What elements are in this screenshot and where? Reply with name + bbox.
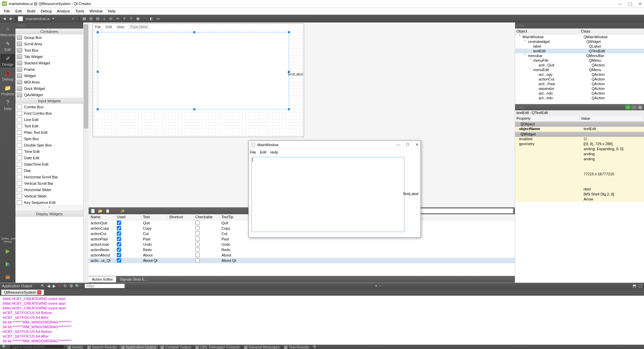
float-menu-help[interactable]: Help bbox=[270, 150, 278, 154]
object-tree-row[interactable]: actionCutQAction bbox=[515, 77, 644, 81]
close-tab-icon[interactable]: × bbox=[37, 290, 41, 294]
form-menu-file[interactable]: File bbox=[95, 25, 101, 29]
status-panel-button[interactable]: 3Application Output bbox=[119, 345, 158, 349]
widget-item[interactable]: Horizontal Slider bbox=[15, 186, 83, 193]
console-output[interactable]: 64bit HCBT_CREATEWND event start64bit HC… bbox=[0, 296, 644, 345]
build-button[interactable] bbox=[3, 272, 12, 282]
config-icon[interactable]: ⚙ bbox=[637, 105, 643, 110]
widget-item[interactable]: Tool Box bbox=[15, 47, 83, 53]
widget-item[interactable]: Line Edit bbox=[15, 116, 83, 123]
widget-item[interactable]: Date/Time Edit bbox=[15, 161, 83, 167]
zoom-out-icon[interactable]: − bbox=[379, 284, 381, 288]
used-checkbox[interactable] bbox=[117, 237, 121, 241]
property-category[interactable]: QWidget bbox=[515, 132, 644, 137]
resize-handle[interactable] bbox=[193, 108, 195, 110]
checkable-checkbox[interactable] bbox=[195, 231, 200, 236]
layout-grid-icon[interactable]: ▤ bbox=[95, 16, 101, 22]
fwd-icon[interactable]: ▶ bbox=[8, 16, 14, 22]
object-tree-row[interactable]: acti...QuitQAction bbox=[515, 63, 644, 67]
status-panel-button[interactable]: 8Test Results bbox=[282, 345, 311, 349]
widget-item[interactable]: Double Spin Box bbox=[15, 142, 83, 148]
object-tree-row[interactable]: act...opyQAction bbox=[515, 72, 644, 77]
kit-selector[interactable]: QtRes...ystem Debug bbox=[1, 236, 15, 244]
copy-icon[interactable]: 📋 bbox=[105, 208, 111, 214]
mode-design[interactable]: ✐Design bbox=[0, 54, 15, 67]
property-row[interactable]: geometry[(9, 9), 729 x 288] bbox=[515, 142, 644, 147]
object-tree-row[interactable]: ˅menubarQMenuBar bbox=[515, 53, 644, 58]
remove-prop-icon[interactable]: − bbox=[631, 105, 637, 110]
widget-item[interactable]: Vertical Slider bbox=[15, 193, 83, 199]
used-checkbox[interactable] bbox=[117, 247, 121, 252]
layout-break-icon[interactable]: ⊟ bbox=[108, 16, 114, 22]
resize-handle[interactable] bbox=[288, 108, 290, 110]
object-tree-row[interactable]: ˅MainWindowQMainWindow bbox=[515, 35, 644, 39]
checkable-checkbox[interactable] bbox=[195, 237, 200, 241]
resize-handle[interactable] bbox=[97, 31, 99, 33]
back-icon[interactable]: ◀ bbox=[1, 16, 7, 22]
doc-name[interactable]: mainwindow.ui bbox=[23, 17, 52, 21]
cat-display-widgets[interactable]: Display Widgets bbox=[15, 211, 83, 217]
split-v-icon[interactable]: ⇕ bbox=[121, 16, 128, 22]
form-typehere[interactable]: Type Here bbox=[129, 24, 149, 29]
float-menu-file[interactable]: File bbox=[250, 150, 256, 154]
open-icon[interactable]: 📂 bbox=[97, 208, 103, 214]
stop-icon[interactable]: ■ bbox=[58, 284, 61, 288]
object-tree-row[interactable]: labelQLabel bbox=[515, 44, 644, 49]
used-checkbox[interactable] bbox=[117, 242, 121, 246]
maximize-icon[interactable]: ▢ bbox=[628, 1, 632, 6]
prev-icon[interactable]: ◀ bbox=[47, 284, 50, 288]
widget-item[interactable]: Widget bbox=[15, 72, 83, 79]
object-tree-row[interactable]: act...edoQAction bbox=[515, 96, 644, 100]
form-textedit[interactable]: TextLabel bbox=[98, 32, 289, 109]
status-panel-button[interactable]: 2Search Results bbox=[85, 345, 119, 349]
property-row[interactable] bbox=[515, 167, 644, 172]
status-panel-button[interactable]: 4Compile Output bbox=[158, 345, 193, 349]
property-row[interactable]: [MS Shell Dlg 2, 8] bbox=[515, 192, 644, 197]
widget-item[interactable]: QAxWidget bbox=[15, 92, 83, 98]
widgetbox-scrollbar[interactable] bbox=[84, 22, 89, 283]
attach-icon[interactable]: ⇱ bbox=[41, 284, 44, 288]
property-row[interactable]: enabled☑ bbox=[515, 137, 644, 142]
mode-welcome[interactable]: ⌂Welcome bbox=[0, 24, 15, 38]
float-min-icon[interactable]: — bbox=[396, 142, 400, 147]
widget-item[interactable]: Dock Widget bbox=[15, 85, 83, 92]
checkable-checkbox[interactable] bbox=[195, 247, 200, 252]
rerun-icon[interactable]: ↻ bbox=[63, 284, 67, 288]
form-textlabel[interactable]: TextLabel bbox=[287, 72, 303, 76]
checkable-checkbox[interactable] bbox=[195, 221, 200, 225]
settings-icon[interactable]: ⚙ bbox=[69, 284, 73, 288]
float-close-icon[interactable]: ✕ bbox=[415, 142, 418, 147]
close-doc-icon[interactable]: × bbox=[72, 16, 77, 21]
zoom-in-icon[interactable]: + bbox=[375, 284, 378, 288]
locator-icon[interactable]: 🔍 bbox=[0, 345, 9, 349]
tab-signals-slots[interactable]: Signals Slots E... bbox=[116, 276, 151, 282]
scroll-down-icon[interactable]: ˅ bbox=[15, 206, 83, 211]
menu-debug[interactable]: Debug bbox=[38, 8, 54, 14]
menu-analyze[interactable]: Analyze bbox=[54, 8, 73, 14]
close-panel-icon[interactable]: ▢ bbox=[638, 284, 642, 288]
checkable-checkbox[interactable] bbox=[195, 226, 200, 230]
used-checkbox[interactable] bbox=[117, 258, 121, 263]
status-more-icon[interactable]: ⇅ bbox=[311, 345, 318, 349]
resize-handle[interactable] bbox=[97, 71, 99, 73]
resize-handle[interactable] bbox=[97, 108, 99, 110]
wand-icon[interactable]: ✨ bbox=[119, 208, 126, 214]
widget-item[interactable]: Scroll Area bbox=[15, 41, 83, 47]
property-row[interactable]: anding bbox=[515, 152, 644, 157]
property-row[interactable]: objectNametextEdit bbox=[515, 127, 644, 132]
layout-v-icon[interactable]: ▥ bbox=[88, 16, 94, 22]
property-row[interactable] bbox=[515, 177, 644, 182]
menu-help[interactable]: Help bbox=[105, 8, 118, 14]
new-action-icon[interactable]: 📄 bbox=[90, 208, 96, 214]
menu-window[interactable]: Window bbox=[87, 8, 105, 14]
doc-dropdown-icon[interactable]: ▾ bbox=[52, 16, 54, 21]
form-menu-help[interactable]: Help bbox=[117, 25, 125, 29]
action-row[interactable]: actio...ut_QtAbout QtAbout Qt bbox=[89, 258, 515, 263]
checkable-checkbox[interactable] bbox=[195, 253, 200, 257]
expand-icon[interactable]: ˅ bbox=[523, 54, 527, 58]
preview-icon[interactable]: ◧ bbox=[148, 16, 154, 22]
widget-item[interactable]: Font Combo Box bbox=[15, 110, 83, 116]
widget-item[interactable]: Time Edit bbox=[15, 148, 83, 155]
widget-item[interactable]: Combo Box bbox=[15, 104, 83, 110]
action-row[interactable]: actionRedoRedoRedo bbox=[89, 247, 515, 252]
